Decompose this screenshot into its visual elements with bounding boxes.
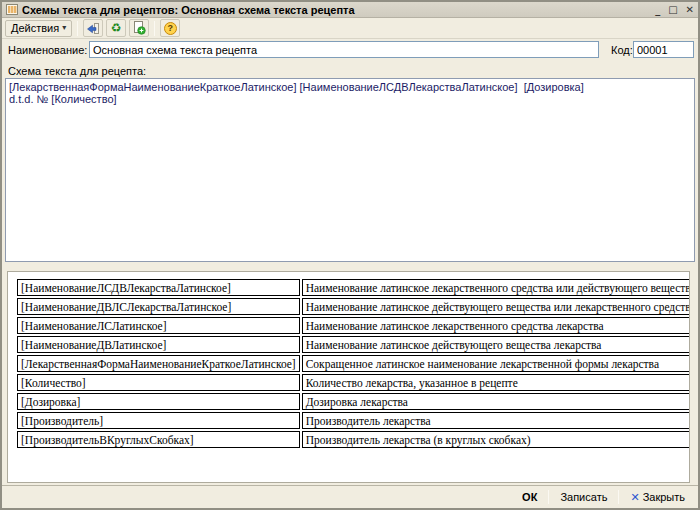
placeholder-description-cell: Производитель лекарства (в круглых скобк… bbox=[302, 431, 690, 448]
name-label: Наименование: bbox=[8, 44, 87, 56]
placeholder-tag-cell: [Дозировка] bbox=[17, 393, 300, 410]
table-row: [Производитель] Производитель лекарства bbox=[17, 412, 690, 429]
chevron-down-icon: ▾ bbox=[62, 23, 66, 32]
close-x-icon: ✕ bbox=[630, 491, 639, 504]
footer-button-bar: ОК Записать ✕ Закрыть bbox=[2, 485, 698, 508]
toolbar: Действия ▾ ♻ bbox=[2, 18, 698, 39]
scheme-label: Схема текста для рецепта: bbox=[8, 65, 146, 77]
placeholder-tag-cell: [НаименованиеДВЛСЛекарстваЛатинское] bbox=[17, 298, 300, 315]
close-window-button[interactable]: ✕ Закрыть bbox=[623, 489, 692, 506]
actions-label: Действия bbox=[11, 22, 59, 34]
ok-button[interactable]: ОК bbox=[515, 489, 544, 505]
placeholder-tag-cell: [НаименованиеДВЛатинское] bbox=[17, 336, 300, 353]
placeholder-tag-cell: [ЛекарственнаяФормаНаименованиеКраткоеЛа… bbox=[17, 355, 300, 372]
placeholder-description-cell: Сокращенное латинское наименование лекар… bbox=[302, 355, 690, 372]
recycle-icon: ♻ bbox=[111, 22, 122, 34]
help-icon: ? bbox=[164, 22, 177, 35]
table-row: [НаименованиеЛСЛатинское] Наименование л… bbox=[17, 317, 690, 334]
scheme-text-line: [ЛекарственнаяФормаНаименованиеКраткоеЛа… bbox=[9, 81, 691, 93]
code-label: Код: bbox=[611, 44, 633, 56]
placeholder-description-cell: Количество лекарства, указанное в рецепт… bbox=[302, 374, 690, 391]
save-button[interactable]: Записать bbox=[553, 489, 614, 505]
placeholders-table: [НаименованиеЛСДВЛекарстваЛатинское] Наи… bbox=[15, 277, 690, 450]
placeholder-tag-cell: [Производитель] bbox=[17, 412, 300, 429]
placeholder-tag-cell: [Количество] bbox=[17, 374, 300, 391]
blue-arrow-icon bbox=[86, 22, 100, 35]
placeholder-tag-cell: [НаименованиеЛСЛатинское] bbox=[17, 317, 300, 334]
add-document-button[interactable] bbox=[129, 19, 149, 37]
placeholder-description-cell: Наименование латинское лекарственного ср… bbox=[302, 279, 690, 296]
window-grid-icon bbox=[6, 4, 18, 15]
placeholder-description-cell: Производитель лекарства bbox=[302, 412, 690, 429]
toolbar-separator bbox=[154, 21, 155, 36]
table-row: [НаименованиеДВЛатинское] Наименование л… bbox=[17, 336, 690, 353]
table-row: [НаименованиеЛСДВЛекарстваЛатинское] Наи… bbox=[17, 279, 690, 296]
document-plus-icon bbox=[133, 21, 146, 35]
footer-separator bbox=[618, 490, 619, 504]
toolbar-separator bbox=[77, 21, 78, 36]
placeholders-panel: [НаименованиеЛСДВЛекарстваЛатинское] Наи… bbox=[7, 271, 690, 483]
placeholder-description-cell: Наименование латинское действующего веще… bbox=[302, 336, 690, 353]
table-row: [НаименованиеДВЛСЛекарстваЛатинское] Наи… bbox=[17, 298, 690, 315]
maximize-button[interactable]: □ bbox=[668, 5, 677, 15]
actions-menu-button[interactable]: Действия ▾ bbox=[5, 20, 72, 37]
scheme-text-area[interactable]: [ЛекарственнаяФормаНаименованиеКраткоеЛа… bbox=[5, 78, 695, 262]
table-row: [Количество] Количество лекарства, указа… bbox=[17, 374, 690, 391]
placeholder-description-cell: Наименование латинское действующего веще… bbox=[302, 298, 690, 315]
name-input[interactable] bbox=[89, 41, 599, 58]
save-reread-button[interactable] bbox=[83, 19, 103, 37]
recipe-text-scheme-window: Схемы текста для рецептов: Основная схем… bbox=[0, 0, 700, 510]
footer-separator bbox=[548, 490, 549, 504]
help-button[interactable]: ? bbox=[160, 19, 180, 37]
window-title: Схемы текста для рецептов: Основная схем… bbox=[22, 4, 651, 16]
close-button[interactable]: ✕ bbox=[686, 5, 694, 15]
placeholder-tag-cell: [НаименованиеЛСДВЛекарстваЛатинское] bbox=[17, 279, 300, 296]
table-row: [ПроизводительВКруглыхСкобках] Производи… bbox=[17, 431, 690, 448]
placeholder-tag-cell: [ПроизводительВКруглыхСкобках] bbox=[17, 431, 300, 448]
placeholder-description-cell: Дозировка лекарства bbox=[302, 393, 690, 410]
code-input[interactable] bbox=[633, 41, 694, 58]
refresh-button[interactable]: ♻ bbox=[106, 19, 126, 37]
minimize-button[interactable]: _ bbox=[655, 5, 660, 15]
table-row: [Дозировка] Дозировка лекарства bbox=[17, 393, 690, 410]
placeholder-description-cell: Наименование латинское лекарственного ср… bbox=[302, 317, 690, 334]
scheme-text-line: d.t.d. № [Количество] bbox=[9, 93, 691, 105]
title-bar: Схемы текста для рецептов: Основная схем… bbox=[2, 2, 698, 18]
close-button-label: Закрыть bbox=[643, 491, 685, 503]
table-row: [ЛекарственнаяФормаНаименованиеКраткоеЛа… bbox=[17, 355, 690, 372]
